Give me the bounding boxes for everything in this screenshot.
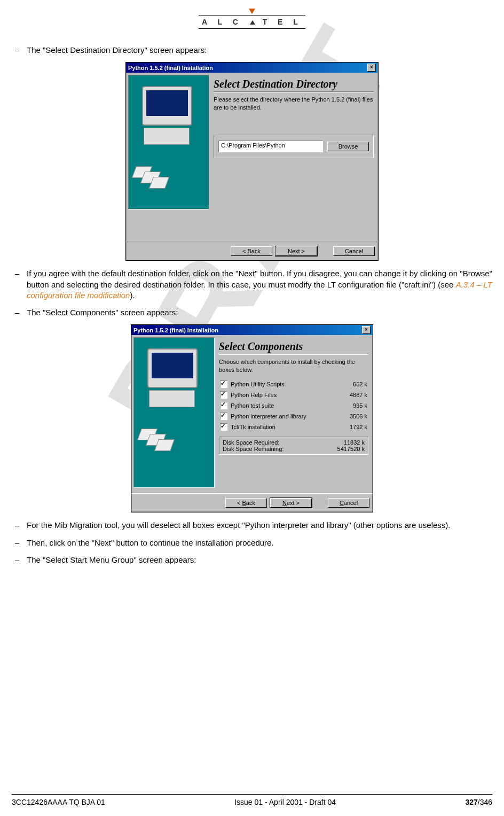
wizard-body-text: Please select the directory where the Py… <box>214 96 374 111</box>
doc-id: 3CC12426AAAA TQ BJA 01 <box>12 798 105 806</box>
checkbox-icon[interactable] <box>220 413 227 420</box>
bullet-1: The "Select Destination Directory" scree… <box>12 45 492 56</box>
component-row: Tcl/Tk installation 1792 k <box>219 422 368 432</box>
checkbox-icon[interactable] <box>220 402 227 409</box>
wizard-graphic <box>128 75 209 209</box>
page-footer: 3CC12426AAAA TQ BJA 01 Issue 01 - April … <box>12 794 492 806</box>
wizard-heading: Select Components <box>219 340 368 353</box>
checkbox-icon[interactable] <box>220 423 227 431</box>
installer-window-1: Python 1.5.2 (final) Installation × Sele… <box>125 62 379 261</box>
cancel-button[interactable]: Cancel <box>328 498 369 508</box>
bullet-4: For the Mib Migration tool, you will des… <box>12 520 492 531</box>
wizard-graphic <box>133 337 215 488</box>
component-row: Python interpreter and library 3506 k <box>219 411 368 422</box>
back-button[interactable]: < Back <box>225 498 267 508</box>
next-button[interactable]: Next > <box>275 246 317 256</box>
window-title: Python 1.5.2 (final) Installation <box>133 327 218 333</box>
next-button[interactable]: Next > <box>270 498 312 508</box>
page-number: 327/346 <box>465 798 492 806</box>
component-row: Python Utility Scripts 652 k <box>219 379 368 390</box>
installer-window-2: Python 1.5.2 (final) Installation × Sele… <box>131 324 373 512</box>
cancel-button[interactable]: Cancel <box>333 246 375 256</box>
bullet-6: The "Select Start Menu Group" screen app… <box>12 555 492 565</box>
wizard-body-text: Choose which components to install by ch… <box>219 358 368 374</box>
bullet-3: The "Select Components" screen appears: <box>12 307 492 318</box>
bullet-2: If you agree with the default destinatio… <box>12 268 492 301</box>
window-title: Python 1.5.2 (final) Installation <box>128 65 213 71</box>
wizard-heading: Select Destination Directory <box>214 78 374 90</box>
browse-button[interactable]: Browse <box>327 142 369 151</box>
close-icon[interactable]: × <box>367 64 376 72</box>
back-button[interactable]: < Back <box>231 246 272 256</box>
component-row: Python Help Files 4887 k <box>219 390 368 400</box>
close-icon[interactable]: × <box>362 326 371 334</box>
issue-info: Issue 01 - April 2001 - Draft 04 <box>234 798 336 806</box>
bullet-5: Then, click on the "Next" button to cont… <box>12 538 492 548</box>
brand-logo: A L C T E L <box>12 9 492 29</box>
destination-path-field[interactable]: C:\Program Files\Python <box>218 141 323 152</box>
component-row: Python test suite 995 k <box>219 400 368 411</box>
checkbox-icon[interactable] <box>220 380 227 388</box>
disk-space-box: Disk Space Required: 11832 k Disk Space … <box>219 437 368 455</box>
checkbox-icon[interactable] <box>220 391 227 399</box>
component-list: Python Utility Scripts 652 k Python Help… <box>219 379 368 432</box>
